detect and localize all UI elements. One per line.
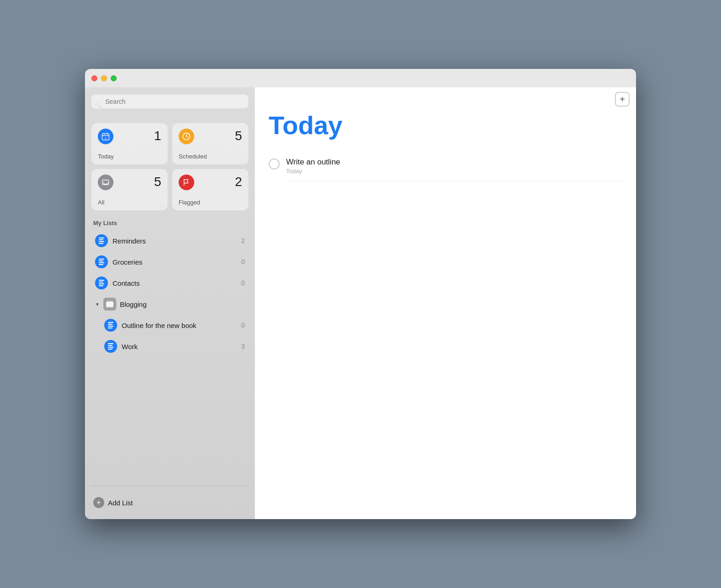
titlebar	[85, 69, 636, 87]
outline-name: Outline for the new book	[122, 322, 237, 329]
smart-lists-grid: 1 1 Today	[91, 123, 248, 210]
blogging-group-icon	[103, 298, 116, 311]
sidebar-item-groceries[interactable]: Groceries 0	[91, 251, 248, 272]
svg-rect-10	[107, 301, 113, 306]
all-count: 5	[154, 175, 161, 189]
smart-card-flagged[interactable]: 2 Flagged	[172, 169, 248, 210]
list-lines	[97, 259, 106, 265]
outline-count: 0	[241, 322, 245, 329]
groceries-name: Groceries	[113, 258, 237, 266]
close-button[interactable]	[91, 75, 97, 81]
blogging-children: Outline for the new book 0 Work 3	[91, 315, 248, 357]
work-list-icon	[104, 340, 117, 353]
plus-icon: +	[620, 94, 625, 105]
smart-card-today[interactable]: 1 1 Today	[91, 123, 168, 164]
scheduled-icon	[179, 129, 194, 144]
all-label: All	[98, 199, 161, 206]
task-item-0: Write an outline Today	[269, 151, 622, 181]
add-list-label: Add List	[108, 499, 133, 507]
flagged-count: 2	[235, 175, 242, 189]
add-task-button[interactable]: +	[615, 92, 630, 107]
reminders-list-icon	[95, 234, 108, 247]
smart-card-all[interactable]: 5 All	[91, 169, 168, 210]
scheduled-count: 5	[235, 129, 242, 143]
flagged-icon	[179, 175, 194, 190]
work-name: Work	[122, 343, 237, 351]
reminders-count: 2	[241, 237, 245, 244]
smart-card-today-top: 1 1	[98, 129, 161, 144]
task-name-0: Write an outline	[286, 158, 622, 167]
svg-line-7	[186, 136, 188, 137]
all-icon	[98, 175, 113, 190]
contacts-count: 0	[241, 279, 245, 287]
contacts-list-icon	[95, 277, 108, 289]
today-icon: 1	[98, 129, 113, 144]
search-input[interactable]	[91, 95, 248, 108]
list-lines	[97, 237, 106, 244]
add-list-icon: +	[93, 497, 104, 508]
smart-card-all-top: 5	[98, 175, 161, 190]
sidebar-item-contacts[interactable]: Contacts 0	[91, 272, 248, 294]
smart-card-scheduled[interactable]: 5 Scheduled	[172, 123, 248, 164]
today-count: 1	[154, 129, 161, 143]
sidebar-footer: + Add List	[91, 486, 248, 519]
sidebar-item-blogging-group[interactable]: ▼ Blogging	[91, 294, 248, 315]
groceries-list-icon	[95, 255, 108, 268]
main-panel: + Today Write an outline Today	[255, 87, 636, 519]
blogging-group-name: Blogging	[120, 300, 146, 308]
scheduled-label: Scheduled	[179, 153, 242, 160]
list-lines	[97, 280, 106, 286]
minimize-button[interactable]	[101, 75, 107, 81]
main-window: 1 1 Today	[85, 69, 636, 519]
task-checkbox-0[interactable]	[269, 158, 280, 170]
task-divider	[290, 181, 622, 181]
list-lines	[107, 343, 115, 350]
flagged-label: Flagged	[179, 199, 242, 206]
list-lines	[107, 322, 115, 328]
svg-text:1: 1	[105, 137, 107, 140]
maximize-button[interactable]	[111, 75, 117, 81]
work-count: 3	[241, 343, 245, 350]
main-header: +	[615, 92, 630, 107]
reminders-name: Reminders	[113, 237, 237, 245]
smart-card-scheduled-top: 5	[179, 129, 242, 144]
contacts-name: Contacts	[113, 279, 237, 287]
outline-list-icon	[104, 319, 117, 332]
sidebar-item-reminders[interactable]: Reminders 2	[91, 230, 248, 251]
chevron-down-icon: ▼	[95, 302, 100, 307]
smart-card-flagged-top: 2	[179, 175, 242, 190]
content-area: 1 1 Today	[85, 87, 636, 519]
add-list-button[interactable]: + Add List	[91, 493, 248, 512]
task-info-0: Write an outline Today	[286, 158, 622, 175]
groceries-count: 0	[241, 258, 245, 266]
sidebar-item-outline[interactable]: Outline for the new book 0	[101, 315, 248, 336]
page-title: Today	[269, 110, 622, 140]
task-sub-0: Today	[286, 168, 622, 175]
my-lists-header: My Lists	[91, 220, 248, 226]
search-wrapper	[91, 95, 248, 116]
today-label: Today	[98, 153, 161, 160]
sidebar: 1 1 Today	[85, 87, 255, 519]
sidebar-item-work[interactable]: Work 3	[101, 336, 248, 357]
